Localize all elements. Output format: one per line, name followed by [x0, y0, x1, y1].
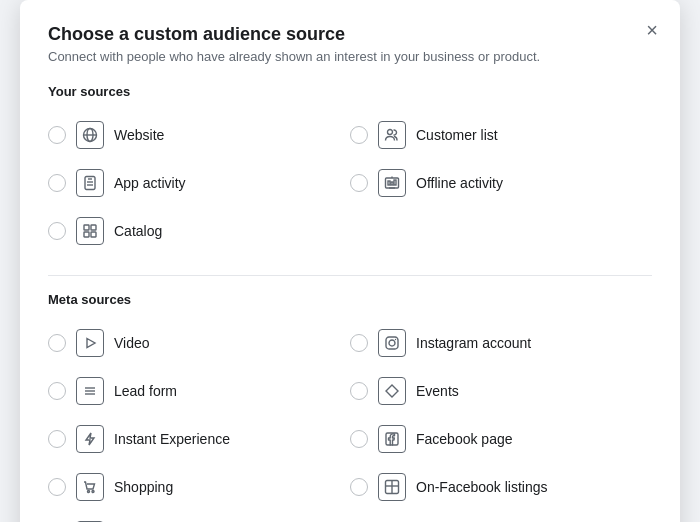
- radio-app-activity: [48, 174, 66, 192]
- svg-rect-19: [386, 337, 398, 349]
- svg-rect-12: [391, 182, 393, 185]
- events-label: Events: [416, 383, 459, 399]
- radio-catalog: [48, 222, 66, 240]
- radio-video: [48, 334, 66, 352]
- instant-icon: [76, 425, 104, 453]
- svg-rect-15: [91, 225, 96, 230]
- instant-experience-label: Instant Experience: [114, 431, 230, 447]
- svg-point-29: [92, 491, 94, 493]
- svg-point-3: [388, 130, 393, 135]
- globe-icon: [76, 121, 104, 149]
- option-events[interactable]: Events: [350, 367, 652, 415]
- svg-rect-16: [84, 232, 89, 237]
- section-divider: [48, 275, 652, 276]
- svg-rect-13: [394, 180, 396, 185]
- option-lead-form[interactable]: Lead form: [48, 367, 350, 415]
- radio-instagram-account: [350, 334, 368, 352]
- option-instant-experience[interactable]: Instant Experience: [48, 415, 350, 463]
- modal-subtitle: Connect with people who have already sho…: [48, 49, 652, 64]
- radio-shopping: [48, 478, 66, 496]
- leadform-icon: [76, 377, 104, 405]
- close-button[interactable]: ×: [642, 16, 662, 44]
- modal-title: Choose a custom audience source: [48, 24, 652, 45]
- listings-icon: [378, 473, 406, 501]
- events-icon: [378, 377, 406, 405]
- svg-point-21: [395, 339, 396, 340]
- svg-rect-11: [388, 181, 390, 185]
- instagram-account-label: Instagram account: [416, 335, 531, 351]
- svg-marker-26: [86, 433, 94, 445]
- customer-icon: [378, 121, 406, 149]
- svg-point-28: [88, 491, 90, 493]
- svg-marker-18: [87, 339, 95, 348]
- on-facebook-listings-label: On-Facebook listings: [416, 479, 548, 495]
- option-customer-list[interactable]: Customer list: [350, 111, 652, 159]
- app-activity-label: App activity: [114, 175, 186, 191]
- website-label: Website: [114, 127, 164, 143]
- radio-lead-form: [48, 382, 66, 400]
- option-video[interactable]: Video: [48, 319, 350, 367]
- video-label: Video: [114, 335, 150, 351]
- offline-icon: [378, 169, 406, 197]
- your-sources-grid: Website Customer list: [48, 111, 652, 255]
- shopping-label: Shopping: [114, 479, 173, 495]
- customer-list-label: Customer list: [416, 127, 498, 143]
- catalog-label: Catalog: [114, 223, 162, 239]
- option-instagram-account[interactable]: Instagram account: [350, 319, 652, 367]
- svg-rect-14: [84, 225, 89, 230]
- option-app-activity[interactable]: App activity: [48, 159, 350, 207]
- offline-activity-label: Offline activity: [416, 175, 503, 191]
- radio-customer-list: [350, 126, 368, 144]
- shopping-icon: [76, 473, 104, 501]
- modal-container: Choose a custom audience source Connect …: [20, 0, 680, 522]
- lead-form-label: Lead form: [114, 383, 177, 399]
- radio-facebook-page: [350, 430, 368, 448]
- meta-sources-grid: Video Instagram account: [48, 319, 652, 522]
- option-facebook-page[interactable]: Facebook page: [350, 415, 652, 463]
- option-on-facebook-listings[interactable]: On-Facebook listings: [350, 463, 652, 511]
- your-sources-label: Your sources: [48, 84, 652, 99]
- meta-sources-label: Meta sources: [48, 292, 652, 307]
- radio-events: [350, 382, 368, 400]
- radio-instant-experience: [48, 430, 66, 448]
- svg-rect-17: [91, 232, 96, 237]
- catalog-icon: [76, 217, 104, 245]
- instagram-icon: [378, 329, 406, 357]
- svg-marker-25: [386, 385, 398, 397]
- option-offline-activity[interactable]: Offline activity: [350, 159, 652, 207]
- option-catalog[interactable]: Catalog: [48, 207, 350, 255]
- option-augmented-reality[interactable]: Augmented reality: [48, 511, 350, 522]
- svg-point-20: [389, 340, 395, 346]
- meta-sources-section: Meta sources Video: [48, 292, 652, 522]
- option-shopping[interactable]: Shopping: [48, 463, 350, 511]
- app-icon: [76, 169, 104, 197]
- your-sources-section: Your sources Website: [48, 84, 652, 255]
- radio-on-facebook-listings: [350, 478, 368, 496]
- radio-website: [48, 126, 66, 144]
- radio-offline-activity: [350, 174, 368, 192]
- facebook-page-label: Facebook page: [416, 431, 513, 447]
- option-website[interactable]: Website: [48, 111, 350, 159]
- fbpage-icon: [378, 425, 406, 453]
- video-icon: [76, 329, 104, 357]
